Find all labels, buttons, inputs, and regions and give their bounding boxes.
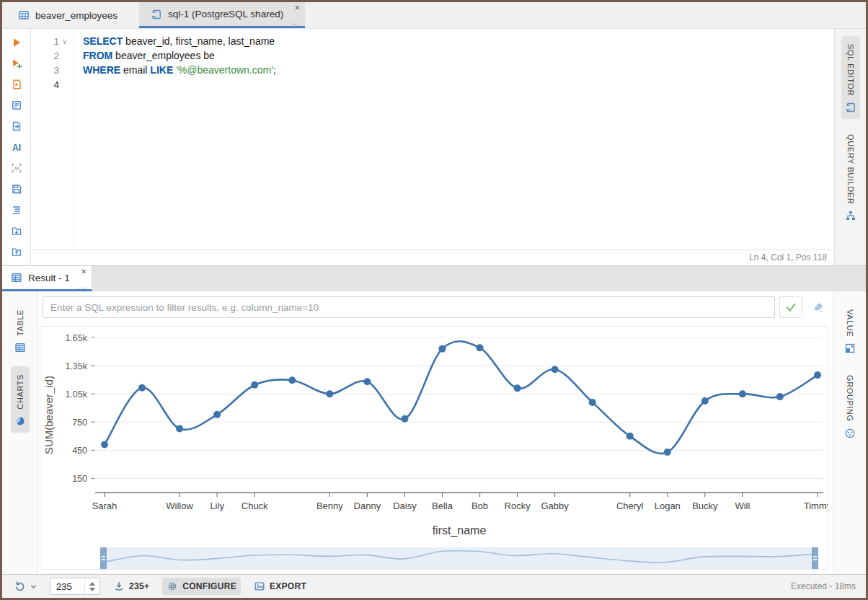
svg-text:Daisy: Daisy [393, 500, 417, 511]
ai-icon: AI [11, 141, 22, 153]
save-sql-file-button[interactable] [6, 241, 27, 262]
format-sql-button[interactable] [6, 199, 27, 220]
tab-sql-1[interactable]: sql-1 (PostgreSQL shared)×... [139, 2, 305, 28]
sql-script-icon [151, 9, 162, 20]
svg-text:Willow: Willow [166, 500, 193, 511]
editor-tab-bar: beaver_employeessql-1 (PostgreSQL shared… [2, 2, 866, 29]
sql-code-area[interactable]: SELECT beaver_id, first_name, last_nameF… [74, 29, 834, 250]
line-number: 4 [31, 77, 74, 92]
execute-script-button[interactable] [6, 74, 27, 94]
fetch-more-label: 235+ [129, 581, 149, 591]
export-label: EXPORT [270, 581, 306, 591]
export-doc-icon [11, 120, 22, 132]
export-button[interactable]: EXPORT [249, 578, 311, 595]
svg-text:Chuck: Chuck [242, 500, 268, 511]
grouping-icon [844, 428, 856, 439]
export-from-query-button[interactable] [6, 115, 27, 136]
results-toolbar: 235+ CONFIGURE EXPORT Executed - 18ms [2, 574, 866, 598]
pie-chart-icon [14, 415, 26, 427]
line-chart: 1504507501.05k1.35k1.65kSarahWillowLilyC… [40, 327, 828, 543]
fetch-more-button[interactable]: 235+ [109, 578, 154, 595]
run-script-icon [11, 79, 22, 90]
result-tab-label: Result - 1 [28, 273, 70, 283]
line-number: 1∨ [31, 34, 74, 48]
gear-icon [167, 581, 178, 592]
code-line: FROM beaver_employees be [83, 48, 834, 63]
vertical-tab-label: GROUPING [846, 375, 854, 422]
spinner-down-icon[interactable] [89, 588, 95, 591]
close-tab-icon[interactable]: × [295, 3, 301, 12]
svg-text:750: 750 [72, 418, 87, 428]
results-region: TABLECHARTS 1504507501.05k1.35k1.65kSara… [2, 291, 866, 574]
execute-statement-button[interactable] [6, 32, 27, 53]
panel-tab-value[interactable]: VALUE [841, 301, 859, 360]
configure-button[interactable]: CONFIGURE [162, 578, 241, 595]
tab-result-1[interactable]: Result - 1 × ... [2, 266, 92, 291]
filter-input[interactable] [43, 296, 775, 318]
chart-range-brush[interactable] [100, 547, 818, 569]
svg-text:Bob: Bob [471, 500, 488, 511]
open-sql-file-button[interactable] [6, 220, 27, 241]
fold-chevron-icon[interactable]: ∨ [59, 38, 71, 45]
svg-text:Gabby: Gabby [541, 500, 569, 511]
results-side-panels-tabs: VALUEGROUPING [833, 291, 866, 574]
tab-label: beaver_employees [35, 10, 118, 21]
editor-scroll-area: 1∨234 SELECT beaver_id, first_name, last… [31, 29, 834, 250]
sql-script-icon [845, 102, 856, 113]
editor-side-tabs: SQL EDITORQUERY BUILDER [834, 29, 866, 265]
svg-text:Bucky: Bucky [692, 500, 718, 511]
execute-statement-new-tab-button[interactable] [6, 53, 27, 74]
value-panel-icon [844, 343, 856, 354]
apply-filter-button[interactable] [779, 296, 802, 318]
row-limit-input[interactable] [50, 578, 84, 594]
table-icon [18, 9, 30, 21]
vertical-tab-label: QUERY BUILDER [846, 134, 855, 204]
tab-table[interactable]: TABLE [11, 301, 30, 359]
close-result-tab-icon[interactable]: × [81, 267, 87, 276]
refresh-button[interactable] [9, 578, 41, 596]
spinner-arrows[interactable] [84, 578, 99, 594]
chart-panel: 1504507501.05k1.35k1.65kSarahWillowLilyC… [40, 326, 828, 570]
svg-text:Lily: Lily [210, 500, 224, 511]
tab-beaver-employees[interactable]: beaver_employees [6, 2, 129, 28]
svg-text:Sarah: Sarah [92, 500, 118, 511]
line-number: 3 [31, 63, 74, 77]
svg-text:150: 150 [72, 474, 87, 484]
run-icon [11, 37, 22, 48]
tab-query-builder[interactable]: QUERY BUILDER [841, 126, 860, 227]
filter-bar [38, 291, 833, 323]
brush-right-handle[interactable] [812, 547, 818, 569]
line-number: 2 [31, 48, 74, 63]
tab-charts[interactable]: CHARTS [11, 366, 30, 433]
check-icon [785, 301, 797, 313]
row-limit-spinner [50, 578, 100, 595]
clear-filter-button[interactable] [807, 296, 830, 318]
folder-import-icon [11, 225, 22, 237]
explain-plan-button[interactable] [6, 94, 27, 115]
grid-icon [14, 342, 26, 353]
brush-left-handle[interactable] [100, 547, 107, 569]
svg-text:Cheryl: Cheryl [616, 500, 644, 511]
panel-tab-grouping[interactable]: GROUPING [841, 367, 859, 445]
format-icon [11, 204, 22, 216]
svg-text:AI: AI [14, 165, 19, 172]
editor-toolbar: AIAI [2, 29, 31, 265]
code-line [83, 77, 834, 92]
ai-translate-button[interactable]: AI [6, 157, 27, 178]
eraser-icon [812, 301, 825, 313]
svg-text:450: 450 [72, 446, 87, 456]
line-number-gutter: 1∨234 [31, 29, 74, 250]
tab-label: sql-1 (PostgreSQL shared) [168, 9, 283, 19]
spinner-up-icon[interactable] [89, 582, 95, 586]
result-tab-menu-icon[interactable]: ... [78, 283, 87, 289]
tab-menu-icon[interactable]: ... [291, 19, 300, 25]
save-script-button[interactable] [6, 178, 27, 199]
tab-sql-editor[interactable]: SQL EDITOR [841, 36, 860, 119]
results-center: 1504507501.05k1.35k1.65kSarahWillowLilyC… [38, 291, 833, 574]
code-line: WHERE email LIKE '%@beavertown.com'; [83, 63, 834, 77]
brush-mini-chart [100, 547, 818, 569]
svg-text:Danny: Danny [354, 500, 381, 511]
svg-text:Timmy: Timmy [804, 500, 828, 511]
vertical-tab-label: VALUE [846, 309, 854, 337]
ai-assistant-button[interactable]: AI [6, 136, 27, 157]
